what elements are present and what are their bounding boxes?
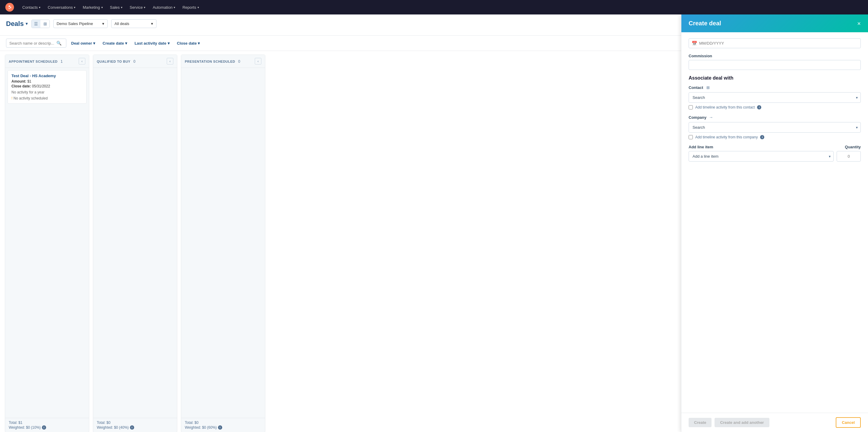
col-footer-qualified: Total: $0 Weighted: $0 (40%) i <box>93 418 177 432</box>
close-date-chevron-icon: ▾ <box>198 41 200 45</box>
deals-filter-select[interactable]: All deals ▾ <box>111 19 156 28</box>
conversations-chevron-icon: ▾ <box>74 6 75 9</box>
associate-section-title: Associate deal with <box>689 75 861 81</box>
panel-title: Create deal <box>689 20 721 27</box>
filter-bar: 🔍 Deal owner ▾ Create date ▾ Last activi… <box>0 36 681 51</box>
company-timeline-label: Add timeline activity from this company <box>695 135 758 139</box>
column-qualified-to-buy: Qualified to Buy 0 ‹ Total: $0 Weighted:… <box>93 55 177 432</box>
contact-label: Contact <box>689 85 703 90</box>
panel-header: Create deal × <box>681 14 868 32</box>
main-layout: Deals ▾ ☰ ⊞ Demo Sales Pipeline ▾ All de… <box>0 14 868 432</box>
contact-form-group: Contact ⊞ Search ▾ Add timeline activity… <box>689 85 861 110</box>
commission-form-group: Commission <box>689 54 861 70</box>
nav-automation[interactable]: Automation ▾ <box>150 3 178 11</box>
deal-search-box: 🔍 <box>6 39 66 48</box>
weighted-info-icon[interactable]: i <box>42 425 46 430</box>
column-appointment-scheduled: Appointment Scheduled 1 ‹ Test Deal - HS… <box>5 55 89 432</box>
reports-chevron-icon: ▾ <box>197 6 199 9</box>
deal-owner-filter[interactable]: Deal owner ▾ <box>69 39 98 47</box>
last-activity-date-filter[interactable]: Last activity date ▾ <box>132 39 172 47</box>
filter-chevron-icon: ▾ <box>151 22 153 26</box>
deals-panel: Deals ▾ ☰ ⊞ Demo Sales Pipeline ▾ All de… <box>0 14 681 432</box>
nav-sales[interactable]: Sales ▾ <box>107 3 126 11</box>
nav-conversations[interactable]: Conversations ▾ <box>44 3 79 11</box>
col-body-presentation <box>181 68 265 418</box>
nav-marketing[interactable]: Marketing ▾ <box>80 3 105 11</box>
deals-title[interactable]: Deals ▾ <box>6 20 28 28</box>
company-timeline-row: Add timeline activity from this company … <box>689 135 861 139</box>
commission-input[interactable] <box>689 60 861 70</box>
line-item-select[interactable]: Add a line item <box>689 151 834 162</box>
create-deal-panel: Create deal × 📅 Commission Associate dea… <box>681 14 868 432</box>
contact-select-wrapper: Search ▾ <box>689 92 861 103</box>
col-footer-presentation: Total: $0 Weighted: $0 (60%) i <box>181 418 265 432</box>
top-navigation: Contacts ▾ Conversations ▾ Marketing ▾ S… <box>0 0 868 14</box>
col-collapse-presentation[interactable]: ‹ <box>255 58 261 64</box>
col-footer-appointment: Total: $1 Weighted: $0 (10%) i <box>5 418 89 432</box>
company-select-wrapper: Search ▾ <box>689 122 861 133</box>
date-form-group: 📅 <box>689 38 861 48</box>
company-timeline-info-icon[interactable]: i <box>760 135 764 139</box>
calendar-icon: 📅 <box>692 41 698 46</box>
pipeline-select[interactable]: Demo Sales Pipeline ▾ <box>53 19 107 28</box>
view-toggle: ☰ ⊞ <box>31 20 50 28</box>
col-collapse-appointment[interactable]: ‹ <box>79 58 85 64</box>
company-arrow-icon: → <box>709 115 713 120</box>
last-activity-chevron-icon: ▾ <box>167 41 170 45</box>
deals-title-chevron-icon: ▾ <box>26 22 28 26</box>
line-item-select-wrapper: Add a line item ▾ <box>689 151 834 162</box>
create-date-filter[interactable]: Create date ▾ <box>100 39 130 47</box>
svg-point-0 <box>5 3 14 12</box>
close-date-filter[interactable]: Close date ▾ <box>175 39 203 47</box>
nav-service[interactable]: Service ▾ <box>127 3 148 11</box>
deals-header: Deals ▾ ☰ ⊞ Demo Sales Pipeline ▾ All de… <box>0 14 681 36</box>
deal-owner-chevron-icon: ▾ <box>93 41 95 45</box>
col-header-presentation: Presentation Scheduled 0 ‹ <box>181 55 265 68</box>
close-panel-button[interactable]: × <box>857 21 861 27</box>
contact-timeline-info-icon[interactable]: i <box>757 105 761 110</box>
hubspot-logo <box>5 2 14 12</box>
contact-timeline-row: Add timeline activity from this contact … <box>689 105 861 110</box>
pipeline-chevron-icon: ▾ <box>102 22 104 26</box>
weighted-info-icon-3[interactable]: i <box>218 425 222 430</box>
create-date-chevron-icon: ▾ <box>125 41 127 45</box>
company-form-group: Company → Search ▾ Add timeline activity… <box>689 115 861 139</box>
col-header-qualified: Qualified to Buy 0 ‹ <box>93 55 177 68</box>
quantity-label: Quantity <box>837 145 861 149</box>
nav-reports[interactable]: Reports ▾ <box>179 3 202 11</box>
commission-label: Commission <box>689 54 861 58</box>
deal-search-input[interactable] <box>9 41 55 45</box>
contact-timeline-label: Add timeline activity from this contact <box>695 105 755 110</box>
line-item-form-group: Add line item Add a line item ▾ Quantity <box>689 145 861 162</box>
deal-card[interactable]: Test Deal - HS Academy Amount: $1 Close … <box>7 70 87 104</box>
deals-board: Appointment Scheduled 1 ‹ Test Deal - HS… <box>0 51 681 432</box>
col-body-qualified <box>93 68 177 418</box>
create-add-another-button[interactable]: Create and add another <box>715 418 769 427</box>
company-label: Company <box>689 115 706 120</box>
line-item-label: Add line item <box>689 145 834 149</box>
col-body-appointment: Test Deal - HS Academy Amount: $1 Close … <box>5 68 89 418</box>
col-collapse-qualified[interactable]: ‹ <box>167 58 173 64</box>
search-icon: 🔍 <box>56 41 62 45</box>
date-input-wrapper: 📅 <box>689 38 861 48</box>
board-view-button[interactable]: ⊞ <box>41 20 50 28</box>
contact-timeline-checkbox[interactable] <box>689 105 693 110</box>
list-view-button[interactable]: ☰ <box>32 20 40 28</box>
date-input[interactable] <box>689 38 861 48</box>
panel-body: 📅 Commission Associate deal with Contact… <box>681 32 868 413</box>
col-header-appointment: Appointment Scheduled 1 ‹ <box>5 55 89 68</box>
quantity-input[interactable] <box>837 151 861 162</box>
column-presentation-scheduled: Presentation Scheduled 0 ‹ Total: $0 Wei… <box>181 55 265 432</box>
sales-chevron-icon: ▾ <box>121 6 122 9</box>
contact-search-select[interactable]: Search <box>689 92 861 103</box>
deals-title-row: Deals ▾ ☰ ⊞ Demo Sales Pipeline ▾ All de… <box>6 19 675 28</box>
company-timeline-checkbox[interactable] <box>689 135 693 139</box>
marketing-chevron-icon: ▾ <box>101 6 103 9</box>
cancel-button[interactable]: Cancel <box>836 417 861 428</box>
weighted-info-icon-2[interactable]: i <box>130 425 134 430</box>
company-search-select[interactable]: Search <box>689 122 861 133</box>
create-button[interactable]: Create <box>689 418 712 427</box>
panel-footer: Create Create and add another Cancel <box>681 413 868 432</box>
nav-contacts[interactable]: Contacts ▾ <box>19 3 43 11</box>
contact-grid-icon: ⊞ <box>706 85 710 90</box>
